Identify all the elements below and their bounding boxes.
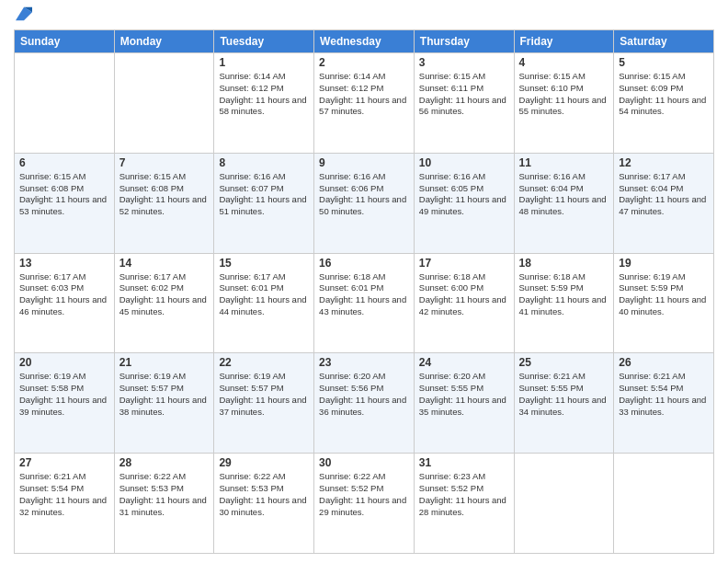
calendar-cell: 21Sunrise: 6:19 AMSunset: 5:57 PMDayligh… xyxy=(114,353,214,454)
day-info: Sunrise: 6:17 AMSunset: 6:04 PMDaylight:… xyxy=(619,171,709,218)
day-number: 17 xyxy=(419,257,509,270)
day-info: Sunrise: 6:15 AMSunset: 6:11 PMDaylight:… xyxy=(419,71,509,118)
day-number: 20 xyxy=(19,356,109,369)
day-info: Sunrise: 6:16 AMSunset: 6:07 PMDaylight:… xyxy=(219,171,309,218)
day-info: Sunrise: 6:19 AMSunset: 5:57 PMDaylight:… xyxy=(219,371,309,418)
day-number: 14 xyxy=(119,257,210,270)
day-number: 18 xyxy=(519,257,609,270)
day-info: Sunrise: 6:18 AMSunset: 6:00 PMDaylight:… xyxy=(419,271,509,318)
day-number: 7 xyxy=(119,156,210,169)
day-number: 25 xyxy=(519,356,609,369)
day-info: Sunrise: 6:16 AMSunset: 6:04 PMDaylight:… xyxy=(519,171,609,218)
day-number: 4 xyxy=(519,56,609,69)
day-info: Sunrise: 6:15 AMSunset: 6:08 PMDaylight:… xyxy=(19,171,109,218)
day-number: 16 xyxy=(319,257,409,270)
calendar-cell: 27Sunrise: 6:21 AMSunset: 5:54 PMDayligh… xyxy=(15,454,115,554)
day-number: 27 xyxy=(19,456,109,469)
day-header-saturday: Saturday xyxy=(614,30,714,53)
day-info: Sunrise: 6:20 AMSunset: 5:55 PMDaylight:… xyxy=(419,371,509,418)
day-header-friday: Friday xyxy=(514,30,614,53)
header xyxy=(14,9,714,22)
day-info: Sunrise: 6:20 AMSunset: 5:56 PMDaylight:… xyxy=(319,371,409,418)
day-info: Sunrise: 6:22 AMSunset: 5:53 PMDaylight:… xyxy=(119,471,210,518)
day-info: Sunrise: 6:16 AMSunset: 6:05 PMDaylight:… xyxy=(419,171,509,218)
day-number: 19 xyxy=(619,257,709,270)
calendar-week-2: 6Sunrise: 6:15 AMSunset: 6:08 PMDaylight… xyxy=(15,153,714,253)
calendar-cell: 23Sunrise: 6:20 AMSunset: 5:56 PMDayligh… xyxy=(314,353,415,454)
day-number: 15 xyxy=(219,257,309,270)
day-number: 11 xyxy=(519,156,609,169)
calendar-cell: 15Sunrise: 6:17 AMSunset: 6:01 PMDayligh… xyxy=(214,253,314,353)
calendar-cell: 24Sunrise: 6:20 AMSunset: 5:55 PMDayligh… xyxy=(414,353,514,454)
calendar-cell: 9Sunrise: 6:16 AMSunset: 6:06 PMDaylight… xyxy=(314,153,415,253)
day-info: Sunrise: 6:18 AMSunset: 5:59 PMDaylight:… xyxy=(519,271,609,318)
day-info: Sunrise: 6:17 AMSunset: 6:02 PMDaylight:… xyxy=(119,271,210,318)
calendar-cell: 18Sunrise: 6:18 AMSunset: 5:59 PMDayligh… xyxy=(514,253,614,353)
day-info: Sunrise: 6:22 AMSunset: 5:52 PMDaylight:… xyxy=(319,471,409,518)
day-number: 13 xyxy=(19,257,109,270)
day-info: Sunrise: 6:14 AMSunset: 6:12 PMDaylight:… xyxy=(319,71,409,118)
day-number: 3 xyxy=(419,56,509,69)
day-header-thursday: Thursday xyxy=(414,30,514,53)
calendar-week-1: 1Sunrise: 6:14 AMSunset: 6:12 PMDaylight… xyxy=(15,53,714,154)
calendar-cell: 8Sunrise: 6:16 AMSunset: 6:07 PMDaylight… xyxy=(214,153,314,253)
day-number: 10 xyxy=(419,156,509,169)
calendar-cell: 16Sunrise: 6:18 AMSunset: 6:01 PMDayligh… xyxy=(314,253,415,353)
calendar-cell: 30Sunrise: 6:22 AMSunset: 5:52 PMDayligh… xyxy=(314,454,415,554)
day-number: 29 xyxy=(219,456,309,469)
calendar-cell: 5Sunrise: 6:15 AMSunset: 6:09 PMDaylight… xyxy=(614,53,714,154)
calendar-cell: 10Sunrise: 6:16 AMSunset: 6:05 PMDayligh… xyxy=(414,153,514,253)
day-info: Sunrise: 6:21 AMSunset: 5:54 PMDaylight:… xyxy=(619,371,709,418)
calendar-cell: 3Sunrise: 6:15 AMSunset: 6:11 PMDaylight… xyxy=(414,53,514,154)
calendar-cell: 26Sunrise: 6:21 AMSunset: 5:54 PMDayligh… xyxy=(614,353,714,454)
day-number: 8 xyxy=(219,156,309,169)
calendar-header-row: SundayMondayTuesdayWednesdayThursdayFrid… xyxy=(15,30,714,53)
day-info: Sunrise: 6:23 AMSunset: 5:52 PMDaylight:… xyxy=(419,471,509,518)
page: SundayMondayTuesdayWednesdayThursdayFrid… xyxy=(0,0,728,563)
calendar-cell: 12Sunrise: 6:17 AMSunset: 6:04 PMDayligh… xyxy=(614,153,714,253)
calendar-cell: 14Sunrise: 6:17 AMSunset: 6:02 PMDayligh… xyxy=(114,253,214,353)
day-info: Sunrise: 6:19 AMSunset: 5:58 PMDaylight:… xyxy=(19,371,109,418)
day-number: 1 xyxy=(219,56,309,69)
calendar-cell: 2Sunrise: 6:14 AMSunset: 6:12 PMDaylight… xyxy=(314,53,415,154)
calendar-cell: 25Sunrise: 6:21 AMSunset: 5:55 PMDayligh… xyxy=(514,353,614,454)
logo xyxy=(14,13,32,22)
day-header-sunday: Sunday xyxy=(15,30,115,53)
calendar-cell: 19Sunrise: 6:19 AMSunset: 5:59 PMDayligh… xyxy=(614,253,714,353)
calendar-cell xyxy=(614,454,714,554)
day-header-monday: Monday xyxy=(114,30,214,53)
calendar-cell xyxy=(514,454,614,554)
day-number: 2 xyxy=(319,56,409,69)
day-number: 6 xyxy=(19,156,109,169)
day-info: Sunrise: 6:19 AMSunset: 5:59 PMDaylight:… xyxy=(619,271,709,318)
day-info: Sunrise: 6:21 AMSunset: 5:54 PMDaylight:… xyxy=(19,471,109,518)
day-number: 24 xyxy=(419,356,509,369)
day-info: Sunrise: 6:21 AMSunset: 5:55 PMDaylight:… xyxy=(519,371,609,418)
day-info: Sunrise: 6:14 AMSunset: 6:12 PMDaylight:… xyxy=(219,71,309,118)
calendar-cell: 17Sunrise: 6:18 AMSunset: 6:00 PMDayligh… xyxy=(414,253,514,353)
calendar-week-5: 27Sunrise: 6:21 AMSunset: 5:54 PMDayligh… xyxy=(15,454,714,554)
calendar-cell: 29Sunrise: 6:22 AMSunset: 5:53 PMDayligh… xyxy=(214,454,314,554)
day-number: 30 xyxy=(319,456,409,469)
day-info: Sunrise: 6:15 AMSunset: 6:09 PMDaylight:… xyxy=(619,71,709,118)
calendar-cell xyxy=(114,53,214,154)
day-info: Sunrise: 6:17 AMSunset: 6:01 PMDaylight:… xyxy=(219,271,309,318)
day-number: 23 xyxy=(319,356,409,369)
day-info: Sunrise: 6:17 AMSunset: 6:03 PMDaylight:… xyxy=(19,271,109,318)
calendar-cell: 20Sunrise: 6:19 AMSunset: 5:58 PMDayligh… xyxy=(15,353,115,454)
calendar-cell: 4Sunrise: 6:15 AMSunset: 6:10 PMDaylight… xyxy=(514,53,614,154)
day-info: Sunrise: 6:15 AMSunset: 6:08 PMDaylight:… xyxy=(119,171,210,218)
day-number: 12 xyxy=(619,156,709,169)
calendar-week-3: 13Sunrise: 6:17 AMSunset: 6:03 PMDayligh… xyxy=(15,253,714,353)
calendar-cell xyxy=(15,53,115,154)
logo-icon xyxy=(16,6,32,22)
day-header-tuesday: Tuesday xyxy=(214,30,314,53)
day-number: 26 xyxy=(619,356,709,369)
day-header-wednesday: Wednesday xyxy=(314,30,415,53)
calendar-cell: 7Sunrise: 6:15 AMSunset: 6:08 PMDaylight… xyxy=(114,153,214,253)
day-info: Sunrise: 6:15 AMSunset: 6:10 PMDaylight:… xyxy=(519,71,609,118)
day-number: 21 xyxy=(119,356,210,369)
calendar-cell: 6Sunrise: 6:15 AMSunset: 6:08 PMDaylight… xyxy=(15,153,115,253)
calendar-cell: 28Sunrise: 6:22 AMSunset: 5:53 PMDayligh… xyxy=(114,454,214,554)
calendar-cell: 11Sunrise: 6:16 AMSunset: 6:04 PMDayligh… xyxy=(514,153,614,253)
